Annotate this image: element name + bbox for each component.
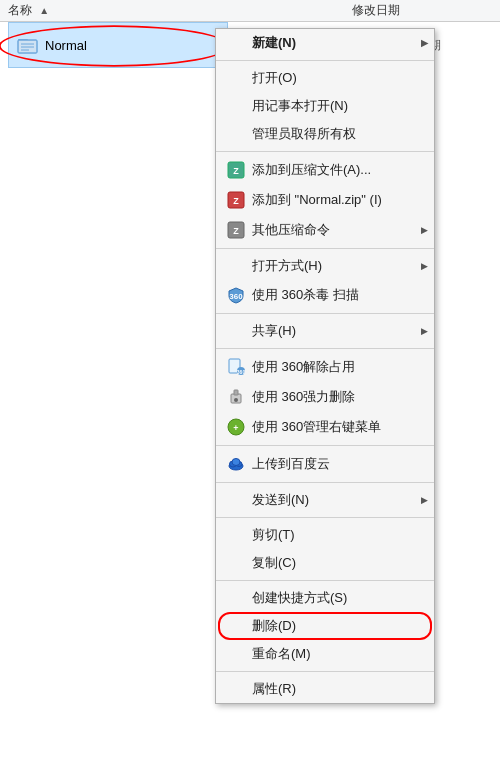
cm-delete-label: 删除(D) (252, 617, 296, 635)
cm-sep-6 (216, 445, 434, 446)
cm-open-with-label: 打开方式(H) (252, 257, 322, 275)
cm-admin-label: 管理员取得所有权 (252, 125, 356, 143)
cm-baidu-label: 上传到百度云 (252, 455, 330, 473)
cm-rename[interactable]: 重命名(M) (216, 640, 434, 668)
cm-add-zip-label: 添加到压缩文件(A)... (252, 161, 371, 179)
cm-add-zip-normal[interactable]: Z 添加到 "Normal.zip" (I) (216, 185, 434, 215)
svg-text:360: 360 (237, 369, 245, 375)
svg-text:+: + (233, 423, 238, 433)
cm-send-to-label: 发送到(N) (252, 491, 309, 509)
svg-rect-17 (234, 390, 238, 395)
zip-red-icon: Z (226, 190, 246, 210)
cm-360-release[interactable]: 360 使用 360解除占用 (216, 352, 434, 382)
svg-text:Z: Z (233, 166, 239, 176)
cm-360-release-label: 使用 360解除占用 (252, 358, 355, 376)
svg-text:360: 360 (229, 292, 243, 301)
cm-admin[interactable]: 管理员取得所有权 (216, 120, 434, 148)
cm-sep-8 (216, 517, 434, 518)
svg-text:Z: Z (233, 226, 239, 236)
cm-open-notepad[interactable]: 用记事本打开(N) (216, 92, 434, 120)
cm-properties[interactable]: 属性(R) (216, 675, 434, 703)
cm-sep-7 (216, 482, 434, 483)
cm-other-zip[interactable]: Z 其他压缩命令 (216, 215, 434, 245)
file-row[interactable]: Normal (8, 22, 228, 68)
cm-create-shortcut[interactable]: 创建快捷方式(S) (216, 584, 434, 612)
col-name-label: 名称 (8, 3, 32, 17)
file-icon (17, 34, 39, 56)
svg-point-18 (234, 398, 238, 402)
cm-cut-label: 剪切(T) (252, 526, 295, 544)
sort-arrow: ▲ (39, 5, 49, 16)
cm-other-zip-label: 其他压缩命令 (252, 221, 330, 239)
file-name: Normal (45, 38, 87, 53)
360-usb-icon (226, 387, 246, 407)
cm-sep-4 (216, 313, 434, 314)
cm-send-to[interactable]: 发送到(N) (216, 486, 434, 514)
cm-copy-label: 复制(C) (252, 554, 296, 572)
cm-360-force-delete-label: 使用 360强力删除 (252, 388, 355, 406)
cm-new-label: 新建(N) (252, 34, 296, 52)
cm-delete[interactable]: 删除(D) (216, 612, 434, 640)
cm-create-shortcut-label: 创建快捷方式(S) (252, 589, 347, 607)
cm-add-zip-normal-label: 添加到 "Normal.zip" (I) (252, 191, 382, 209)
cm-open-notepad-label: 用记事本打开(N) (252, 97, 348, 115)
column-date: 修改日期 (352, 2, 492, 19)
cm-open-label: 打开(O) (252, 69, 297, 87)
svg-point-24 (232, 459, 240, 466)
explorer-header: 名称 ▲ 修改日期 (0, 0, 500, 22)
cm-open-with[interactable]: 打开方式(H) (216, 252, 434, 280)
360-plus-icon: + (226, 417, 246, 437)
zip-other-icon: Z (226, 220, 246, 240)
column-name: 名称 ▲ (8, 2, 352, 19)
cm-360-context[interactable]: + 使用 360管理右键菜单 (216, 412, 434, 442)
svg-text:Z: Z (233, 196, 239, 206)
cm-properties-label: 属性(R) (252, 680, 296, 698)
cm-cut[interactable]: 剪切(T) (216, 521, 434, 549)
cm-sep-2 (216, 151, 434, 152)
cm-baidu[interactable]: 上传到百度云 (216, 449, 434, 479)
cm-sep-1 (216, 60, 434, 61)
cm-sep-9 (216, 580, 434, 581)
shield-360-icon: 360 (226, 285, 246, 305)
cm-sep-10 (216, 671, 434, 672)
baidu-cloud-icon (226, 454, 246, 474)
zip-green-icon: Z (226, 160, 246, 180)
cm-new[interactable]: 新建(N) (216, 29, 434, 57)
cm-360-force-delete[interactable]: 使用 360强力删除 (216, 382, 434, 412)
file-explorer: 名称 ▲ 修改日期 Normal (0, 0, 500, 763)
cm-share-label: 共享(H) (252, 322, 296, 340)
cm-add-zip[interactable]: Z 添加到压缩文件(A)... (216, 155, 434, 185)
cm-share[interactable]: 共享(H) (216, 317, 434, 345)
cm-360-context-label: 使用 360管理右键菜单 (252, 418, 381, 436)
delete-highlight-circle (218, 612, 432, 640)
cm-rename-label: 重命名(M) (252, 645, 311, 663)
cm-sep-5 (216, 348, 434, 349)
cm-sep-3 (216, 248, 434, 249)
cm-copy[interactable]: 复制(C) (216, 549, 434, 577)
cm-scan-360-label: 使用 360杀毒 扫描 (252, 286, 359, 304)
col-date-label: 修改日期 (352, 3, 400, 17)
cm-scan-360[interactable]: 360 使用 360杀毒 扫描 (216, 280, 434, 310)
cm-open[interactable]: 打开(O) (216, 64, 434, 92)
context-menu: 新建(N) 打开(O) 用记事本打开(N) 管理员取得所有权 Z 添加到压缩文件… (215, 28, 435, 704)
360-file-icon: 360 (226, 357, 246, 377)
